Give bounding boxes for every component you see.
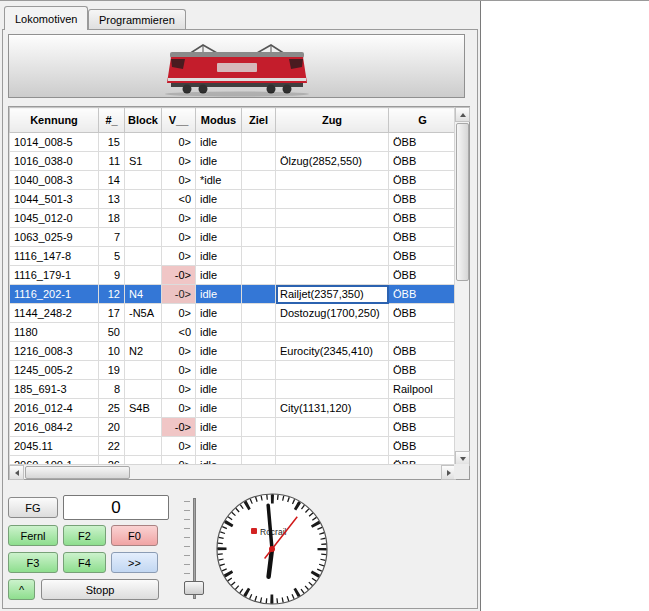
- f4-button[interactable]: F4: [63, 552, 106, 573]
- vertical-scrollbar[interactable]: [454, 107, 469, 466]
- table-row[interactable]: 1040_008-3140>*idleÖBB: [10, 171, 457, 190]
- cell-nr: 13: [99, 190, 125, 209]
- cell-zug: [276, 133, 389, 152]
- table-row[interactable]: 1216_008-310N20>idleEurocity(2345,410)ÖB…: [10, 342, 457, 361]
- cell-ziel: [242, 342, 276, 361]
- f2-button[interactable]: F2: [63, 525, 106, 546]
- cell-nr: 5: [99, 247, 125, 266]
- cell-kennung: 1116_202-1: [10, 285, 99, 304]
- cell-block: [125, 323, 162, 342]
- table-row[interactable]: 1044_501-313<0idleÖBB: [10, 190, 457, 209]
- cell-modus: idle: [196, 437, 242, 456]
- cell-ziel: [242, 152, 276, 171]
- cell-g: ÖBB: [389, 342, 457, 361]
- cell-block: N2: [125, 342, 162, 361]
- cell-ziel: [242, 418, 276, 437]
- table-row[interactable]: 1144_248-217-N5A0>idleDostozug(1700,250)…: [10, 304, 457, 323]
- more-functions-button[interactable]: >>: [111, 552, 158, 573]
- cell-kennung: 1216_008-3: [10, 342, 99, 361]
- horizontal-scroll-thumb[interactable]: [25, 466, 130, 479]
- table-row[interactable]: 1014_008-5150>idleÖBB: [10, 133, 457, 152]
- table-row[interactable]: 1045_012-0180>idleÖBB: [10, 209, 457, 228]
- cell-zug: [276, 266, 389, 285]
- cell-g: ÖBB: [389, 171, 457, 190]
- cell-v: -0>: [162, 285, 196, 304]
- cell-v: 0>: [162, 209, 196, 228]
- cell-modus: idle: [196, 228, 242, 247]
- cell-ziel: [242, 380, 276, 399]
- cell-v: <0: [162, 323, 196, 342]
- slider-thumb[interactable]: [184, 581, 204, 595]
- table-row[interactable]: 2045.11220>idleÖBB: [10, 437, 457, 456]
- table-row[interactable]: 1063_025-970>idleÖBB: [10, 228, 457, 247]
- cell-nr: 11: [99, 152, 125, 171]
- cell-block: [125, 361, 162, 380]
- table-row[interactable]: 1116_202-112N4-0>idleRailjet(2357,350)ÖB…: [10, 285, 457, 304]
- shift-button[interactable]: ^: [8, 579, 35, 600]
- cell-zug: Eurocity(2345,410): [276, 342, 389, 361]
- cell-kennung: 1245_005-2: [10, 361, 99, 380]
- cell-g: Railpool: [389, 380, 457, 399]
- column-header-kennung[interactable]: Kennung: [10, 108, 99, 133]
- column-header-modus[interactable]: Modus: [196, 108, 242, 133]
- table-row[interactable]: 1016_038-011S10>idleÖlzug(2852,550)ÖBB: [10, 152, 457, 171]
- cell-modus: idle: [196, 285, 242, 304]
- cell-nr: 15: [99, 133, 125, 152]
- table-row[interactable]: 1116_147-850>idleÖBB: [10, 247, 457, 266]
- column-header-nr[interactable]: #_: [99, 108, 125, 133]
- cell-kennung: 1116_179-1: [10, 266, 99, 285]
- cell-g: ÖBB: [389, 304, 457, 323]
- cell-g: ÖBB: [389, 228, 457, 247]
- cell-v: 0>: [162, 380, 196, 399]
- tab-lokomotiven-label: Lokomotiven: [15, 13, 77, 25]
- f0-button[interactable]: F0: [111, 525, 158, 546]
- loco-image-panel[interactable]: [8, 34, 465, 98]
- f3-button[interactable]: F3: [8, 552, 58, 573]
- cell-nr: 20: [99, 418, 125, 437]
- table-row[interactable]: 2016_084-220-0>idleÖBB: [10, 418, 457, 437]
- column-header-g[interactable]: G: [389, 108, 457, 133]
- cell-nr: 10: [99, 342, 125, 361]
- vertical-scroll-thumb[interactable]: [456, 123, 469, 281]
- tab-lokomotiven[interactable]: Lokomotiven: [4, 6, 88, 30]
- cell-ziel: [242, 133, 276, 152]
- table-row[interactable]: 1245_005-2190>idleÖBB: [10, 361, 457, 380]
- cell-ziel: [242, 399, 276, 418]
- column-header-ziel[interactable]: Ziel: [242, 108, 276, 133]
- table-body: 1014_008-5150>idleÖBB1016_038-011S10>idl…: [10, 133, 457, 467]
- cell-zug: [276, 380, 389, 399]
- tab-programmieren[interactable]: Programmieren: [88, 9, 186, 30]
- speed-slider[interactable]: [181, 493, 207, 607]
- cell-kennung: 1063_025-9: [10, 228, 99, 247]
- table-row[interactable]: 2016_012-425S4B0>idleCity(1131,120)ÖBB: [10, 399, 457, 418]
- cell-g: ÖBB: [389, 247, 457, 266]
- cell-block: S4B: [125, 399, 162, 418]
- cell-block: [125, 418, 162, 437]
- table-row[interactable]: 185_691-380>idleRailpool: [10, 380, 457, 399]
- stop-button[interactable]: Stopp: [41, 579, 159, 600]
- column-header-v[interactable]: V__: [162, 108, 196, 133]
- cell-v: <0: [162, 190, 196, 209]
- cell-kennung: 1045_012-0: [10, 209, 99, 228]
- scroll-up-button[interactable]: [455, 107, 470, 122]
- cell-modus: idle: [196, 418, 242, 437]
- clock-center-dot: [269, 546, 275, 552]
- cell-v: 0>: [162, 304, 196, 323]
- tab-programmieren-label: Programmieren: [99, 14, 175, 26]
- rocrail-logo-icon: [251, 528, 257, 534]
- column-header-block[interactable]: Block: [125, 108, 162, 133]
- table-row[interactable]: 1116_179-19-0>idleÖBB: [10, 266, 457, 285]
- table-row[interactable]: 118050<0idle: [10, 323, 457, 342]
- scroll-left-button[interactable]: [9, 465, 24, 480]
- fernl-button[interactable]: Fernl: [8, 525, 58, 546]
- horizontal-scrollbar[interactable]: [9, 464, 456, 479]
- cell-g: ÖBB: [389, 133, 457, 152]
- fg-button[interactable]: FG: [8, 497, 58, 518]
- cell-kennung: 1144_248-2: [10, 304, 99, 323]
- analog-clock: Rocrail: [214, 491, 330, 607]
- cell-modus: idle: [196, 209, 242, 228]
- cell-block: [125, 437, 162, 456]
- column-header-zug[interactable]: Zug: [276, 108, 389, 133]
- cell-zug: [276, 418, 389, 437]
- scroll-down-icon: [460, 457, 466, 461]
